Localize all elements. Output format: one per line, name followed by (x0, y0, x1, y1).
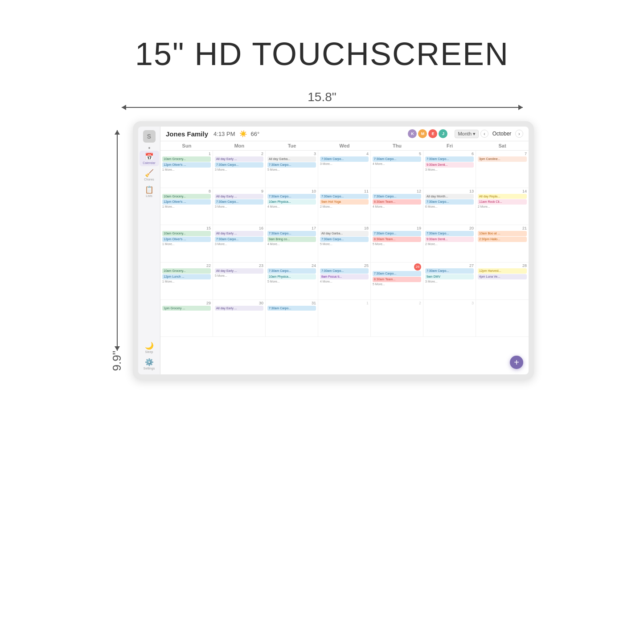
calendar-cell-0-3[interactable]: 47:30am Carpo...3 More... (318, 151, 371, 188)
calendar-event[interactable]: 2:30pm Hallo... (478, 237, 527, 242)
calendar-event[interactable]: 1 More... (162, 280, 211, 283)
calendar-event[interactable]: 10am Boo at ... (478, 231, 527, 236)
sidebar-item-settings[interactable]: ⚙️ Settings (139, 356, 159, 372)
calendar-event[interactable]: 3 More... (215, 168, 263, 171)
calendar-cell-2-3[interactable]: 18All day Garba...7:30am Carpo...5 More.… (318, 225, 371, 262)
calendar-event[interactable]: 7:30am Carpo... (267, 162, 316, 168)
calendar-event[interactable]: 7:30am Carpo... (267, 306, 316, 311)
calendar-cell-1-5[interactable]: 13All day Month...7:30am Carpo...6 More.… (423, 188, 476, 225)
calendar-cell-2-2[interactable]: 177:30am Carpo...9am Bring co...4 More..… (266, 225, 318, 262)
calendar-event[interactable]: 11am Rock Cli... (478, 199, 527, 205)
calendar-event[interactable]: 8am Focus ti... (320, 274, 369, 279)
calendar-cell-1-4[interactable]: 127:30am Carpo...8:30am Team...4 More... (371, 188, 423, 225)
sidebar-item-lists[interactable]: 📋 Lists (139, 184, 159, 199)
calendar-cell-4-4[interactable]: 2 (371, 300, 423, 337)
avatar-m[interactable]: M (418, 129, 427, 138)
calendar-event[interactable]: 1 More... (162, 205, 211, 208)
calendar-event[interactable]: All day Repla... (478, 194, 527, 199)
calendar-cell-4-0[interactable]: 291pm Grocery ... (160, 300, 213, 337)
calendar-cell-2-4[interactable]: 197:30am Carpo...8:30am Team...5 More... (371, 225, 423, 262)
calendar-event[interactable]: All day Month... (425, 194, 474, 199)
calendar-cell-0-6[interactable]: 73pm Caroline... (476, 151, 529, 188)
calendar-event[interactable]: 12pm Lunch ... (162, 274, 211, 279)
calendar-event[interactable]: All day Early ... (215, 231, 263, 236)
calendar-event[interactable]: 3 More... (215, 242, 263, 246)
calendar-event[interactable]: 5 More... (267, 168, 316, 171)
calendar-event[interactable]: 5 More... (320, 242, 369, 246)
calendar-event[interactable]: 7:30am Carpo... (373, 271, 421, 276)
calendar-event[interactable]: 5 More... (373, 283, 421, 286)
calendar-event[interactable]: 7:30am Carpo... (215, 199, 263, 205)
calendar-event[interactable]: 7:30am Carpo... (215, 162, 263, 168)
sidebar-item-chores[interactable]: 🧹 Chores (139, 167, 159, 183)
calendar-event[interactable]: 3 More... (320, 162, 369, 165)
calendar-event[interactable]: 2 More... (425, 242, 474, 246)
calendar-event[interactable]: 12pm Oliver's ... (162, 199, 211, 205)
calendar-cell-2-1[interactable]: 16All day Early ...7:30am Carpo...3 More… (213, 225, 266, 262)
calendar-event[interactable]: 10am Grocery... (162, 231, 211, 236)
calendar-event[interactable]: 7:30am Carpo... (373, 156, 421, 162)
calendar-cell-3-5[interactable]: 277:30am Carpo...9am DMV3 More... (423, 263, 476, 299)
calendar-event[interactable]: 9am DMV (425, 274, 474, 279)
calendar-event[interactable]: 4pm Luna Ve... (478, 274, 527, 279)
calendar-event[interactable]: 4 More... (267, 205, 316, 208)
calendar-event[interactable]: 5 More... (267, 280, 316, 283)
calendar-cell-4-1[interactable]: 30All day Early ... (213, 300, 266, 337)
calendar-event[interactable]: 2 More... (478, 205, 527, 208)
calendar-cell-3-6[interactable]: 2812pm Harvest...4pm Luna Ve... (476, 263, 529, 299)
calendar-cell-3-4[interactable]: 267:30am Carpo...8:30am Team...5 More... (371, 263, 423, 299)
calendar-cell-0-5[interactable]: 67:30am Carpo...9:30am Denti...3 More... (423, 151, 476, 188)
next-month-button[interactable]: › (515, 130, 523, 138)
calendar-event[interactable]: All day Early ... (215, 306, 263, 311)
avatar-k[interactable]: K (408, 129, 417, 138)
calendar-event[interactable]: 1 More... (162, 242, 211, 246)
calendar-event[interactable]: 7:30am Carpo... (320, 194, 369, 199)
calendar-event[interactable]: 7:30am Carpo... (267, 194, 316, 199)
calendar-event[interactable]: 9:30am Denti... (425, 162, 474, 168)
calendar-cell-1-0[interactable]: 810am Grocery...12pm Oliver's ...1 More.… (160, 188, 213, 225)
calendar-cell-3-2[interactable]: 247:30am Carpo...10am Physica...5 More..… (266, 263, 318, 299)
calendar-event[interactable]: 7:30am Carpo... (267, 231, 316, 236)
calendar-cell-1-6[interactable]: 14All day Repla...11am Rock Cli...2 More… (476, 188, 529, 225)
calendar-event[interactable]: 5 More... (215, 274, 263, 277)
calendar-event[interactable]: 2 More... (320, 205, 369, 208)
avatar-j[interactable]: J (439, 129, 447, 138)
calendar-event[interactable]: All day Garba... (320, 231, 369, 236)
calendar-event[interactable]: 10am Physica... (267, 199, 316, 205)
calendar-event[interactable]: 8:30am Team... (373, 277, 421, 282)
calendar-event[interactable]: 10am Physica... (267, 274, 316, 279)
calendar-event[interactable]: 10am Grocery... (162, 268, 211, 274)
calendar-cell-0-2[interactable]: 3All day Garba...7:30am Carpo...5 More..… (266, 151, 318, 188)
calendar-cell-4-2[interactable]: 317:30am Carpo... (266, 300, 318, 337)
calendar-event[interactable]: All day Garba... (267, 156, 316, 162)
calendar-cell-0-0[interactable]: 110am Grocery...12pm Oliver's ...1 More.… (160, 151, 213, 188)
calendar-event[interactable]: 3pm Caroline... (478, 156, 527, 162)
calendar-cell-3-1[interactable]: 23All day Early ...5 More... (213, 263, 266, 299)
calendar-event[interactable]: 4 More... (373, 205, 421, 208)
calendar-event[interactable]: 7:30am Carpo... (320, 156, 369, 162)
calendar-event[interactable]: 7:30am Carpo... (373, 231, 421, 236)
calendar-event[interactable]: 7:30am Carpo... (215, 237, 263, 242)
calendar-event[interactable]: 4 More... (320, 280, 369, 283)
calendar-cell-1-3[interactable]: 117:30am Carpo...9am Hot Yoga2 More... (318, 188, 371, 225)
calendar-event[interactable]: 7:30am Carpo... (425, 268, 474, 274)
calendar-event[interactable]: 7:30am Carpo... (425, 156, 474, 162)
calendar-event[interactable]: 5 More... (373, 242, 421, 246)
calendar-event[interactable]: 4 More... (267, 242, 316, 246)
calendar-cell-2-0[interactable]: 1510am Grocery...12pm Oliver's ...1 More… (160, 225, 213, 262)
calendar-event[interactable]: 7:30am Carpo... (267, 268, 316, 274)
calendar-cell-4-6[interactable] (476, 300, 529, 337)
sidebar-item-calendar[interactable]: 📅 Calendar (139, 151, 159, 166)
calendar-event[interactable]: 1pm Grocery ... (162, 306, 211, 311)
calendar-event[interactable]: 12pm Harvest... (478, 268, 527, 274)
calendar-event[interactable]: 12pm Oliver's ... (162, 237, 211, 242)
calendar-event[interactable]: 7:30am Carpo... (320, 268, 369, 274)
add-event-fab[interactable]: + (510, 356, 523, 369)
calendar-event[interactable]: 9am Hot Yoga (320, 199, 369, 205)
calendar-cell-3-3[interactable]: 257:30am Carpo...8am Focus ti...4 More..… (318, 263, 371, 299)
calendar-event[interactable]: 9am Bring co... (267, 237, 316, 242)
calendar-event[interactable]: 9:30am Denti... (425, 237, 474, 242)
calendar-cell-0-4[interactable]: 57:30am Carpo...4 More... (371, 151, 423, 188)
calendar-cell-1-2[interactable]: 107:30am Carpo...10am Physica...4 More..… (266, 188, 318, 225)
calendar-event[interactable]: 7:30am Carpo... (320, 237, 369, 242)
